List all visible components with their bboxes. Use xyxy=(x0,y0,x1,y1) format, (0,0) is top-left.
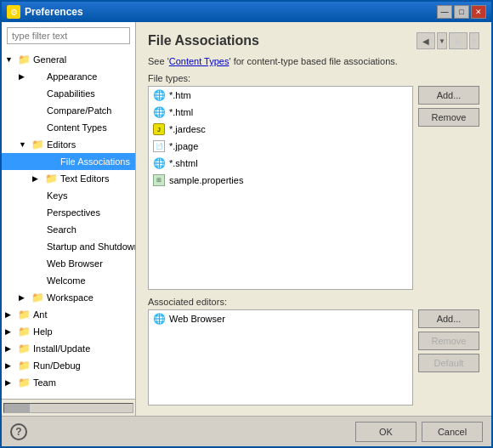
tree-label-editors: Editors xyxy=(47,139,76,150)
page-icon-jpage: 📄 xyxy=(152,139,166,153)
jar-icon-jardesc: J xyxy=(152,122,166,136)
leaf-icon-search xyxy=(31,223,44,236)
tree-item-team[interactable]: ▶ 📁 Team xyxy=(2,374,135,391)
folder-icon-team: 📁 xyxy=(17,376,31,389)
remove-editor-button[interactable]: Remove xyxy=(418,332,479,350)
expander-ant: ▶ xyxy=(5,310,17,319)
window-title: Preferences xyxy=(25,6,83,18)
leaf-icon-capabilities xyxy=(31,87,44,100)
tree-label-install: Install/Update xyxy=(33,343,90,354)
forward-dropdown[interactable]: ▼ xyxy=(469,32,479,49)
file-types-buttons: Add... Remove xyxy=(418,86,479,290)
left-panel: ▼ 📁 General ▶ Appearance Capabilities xyxy=(2,22,136,416)
tree-item-editors[interactable]: ▼ 📁 Editors xyxy=(2,136,135,153)
leaf-icon-compare xyxy=(31,104,44,117)
help-icon[interactable]: ? xyxy=(10,423,27,440)
add-editor-button[interactable]: Add... xyxy=(418,309,479,328)
tree-item-file-associations[interactable]: File Associations xyxy=(2,153,135,170)
list-item-label-jpage: *.jpage xyxy=(169,141,198,151)
tree-label-compare: Compare/Patch xyxy=(47,105,111,116)
back-dropdown[interactable]: ▼ xyxy=(437,32,447,49)
minimize-button[interactable]: — xyxy=(437,5,452,19)
tree-label-capabilities: Capabilities xyxy=(47,88,95,99)
list-item-web-browser-editor[interactable]: 🌐 Web Browser xyxy=(149,310,412,327)
expander-general: ▼ xyxy=(5,55,17,64)
tree-item-ant[interactable]: ▶ 📁 Ant xyxy=(2,306,135,323)
list-item-jardesc[interactable]: J *.jardesc xyxy=(149,121,412,138)
tree-label-search: Search xyxy=(47,224,76,235)
tree-item-help[interactable]: ▶ 📁 Help xyxy=(2,323,135,340)
list-item-label-html: *.html xyxy=(169,107,193,117)
bottom-bar: ? OK Cancel xyxy=(2,416,491,446)
page-title: File Associations xyxy=(148,33,259,48)
close-button[interactable]: ✕ xyxy=(471,5,486,19)
file-types-listbox[interactable]: 🌐 *.htm 🌐 *.html J xyxy=(148,86,413,290)
list-item-htm[interactable]: 🌐 *.htm xyxy=(149,87,412,104)
list-item-jpage[interactable]: 📄 *.jpage xyxy=(149,138,412,155)
filter-input[interactable] xyxy=(7,27,130,44)
expander-help: ▶ xyxy=(5,327,17,336)
tree-item-search[interactable]: Search xyxy=(2,221,135,238)
nav-buttons: ◀ ▼ ▶ ▼ xyxy=(416,32,479,49)
tree-label-general: General xyxy=(33,54,66,65)
list-item-shtml[interactable]: 🌐 *.shtml xyxy=(149,155,412,172)
leaf-icon-wb xyxy=(31,257,44,270)
tree-label-appearance: Appearance xyxy=(47,71,97,82)
add-file-type-button[interactable]: Add... xyxy=(418,86,479,105)
forward-button[interactable]: ▶ xyxy=(449,32,468,49)
expander-te: ▶ xyxy=(32,174,44,183)
folder-icon-install: 📁 xyxy=(17,342,31,355)
globe-icon-web-browser: 🌐 xyxy=(152,312,166,326)
tree: ▼ 📁 General ▶ Appearance Capabilities xyxy=(2,49,135,399)
tree-label-keys: Keys xyxy=(47,190,67,201)
tree-item-workspace[interactable]: ▶ 📁 Workspace xyxy=(2,289,135,306)
content-types-link[interactable]: Content Types xyxy=(169,56,230,66)
tree-label-workspace: Workspace xyxy=(47,292,94,303)
tree-label-startup: Startup and Shutdown xyxy=(47,241,135,252)
list-item-label-web-browser: Web Browser xyxy=(169,314,225,324)
tree-item-text-editors[interactable]: ▶ 📁 Text Editors xyxy=(2,170,135,187)
maximize-button[interactable]: □ xyxy=(454,5,469,19)
list-item-html[interactable]: 🌐 *.html xyxy=(149,104,412,121)
ok-button[interactable]: OK xyxy=(355,422,416,442)
tree-item-perspectives[interactable]: Perspectives xyxy=(2,204,135,221)
tree-item-startup[interactable]: Startup and Shutdown xyxy=(2,238,135,255)
expander-workspace: ▶ xyxy=(19,293,31,302)
description-text: See 'Content Types' for content-type bas… xyxy=(148,56,479,66)
expander-appearance: ▶ xyxy=(19,72,31,81)
leaf-icon-welcome xyxy=(31,274,44,287)
tree-item-install-update[interactable]: ▶ 📁 Install/Update xyxy=(2,340,135,357)
leaf-icon-content-types xyxy=(31,121,44,134)
cancel-button[interactable]: Cancel xyxy=(422,422,483,442)
bottom-buttons: OK Cancel xyxy=(355,422,483,442)
globe-icon-html: 🌐 xyxy=(152,105,166,119)
tree-item-capabilities[interactable]: Capabilities xyxy=(2,85,135,102)
list-item-label-props: sample.properties xyxy=(169,175,243,185)
props-icon: ⊞ xyxy=(152,173,166,187)
expander-install: ▶ xyxy=(5,344,17,353)
tree-item-keys[interactable]: Keys xyxy=(2,187,135,204)
tree-item-run-debug[interactable]: ▶ 📁 Run/Debug xyxy=(2,357,135,374)
tree-item-compare-patch[interactable]: Compare/Patch xyxy=(2,102,135,119)
tree-item-welcome[interactable]: Welcome xyxy=(2,272,135,289)
tree-item-web-browser[interactable]: Web Browser xyxy=(2,255,135,272)
folder-icon-ant: 📁 xyxy=(17,308,31,321)
editors-listbox[interactable]: 🌐 Web Browser xyxy=(148,309,413,405)
back-button[interactable]: ◀ xyxy=(416,32,435,49)
main-content: ▼ 📁 General ▶ Appearance Capabilities xyxy=(2,22,491,416)
folder-icon-editors: 📁 xyxy=(31,138,44,151)
editors-buttons: Add... Remove Default xyxy=(418,309,479,405)
tree-label-te: Text Editors xyxy=(60,173,109,184)
default-editor-button[interactable]: Default xyxy=(418,354,479,372)
tree-label-team: Team xyxy=(33,377,56,388)
editors-list-area: 🌐 Web Browser Add... Remove Default xyxy=(148,309,479,405)
tree-label-ant: Ant xyxy=(33,309,48,320)
tree-label-run: Run/Debug xyxy=(33,360,81,371)
remove-file-type-button[interactable]: Remove xyxy=(418,108,479,127)
tree-item-content-types[interactable]: Content Types xyxy=(2,119,135,136)
tree-item-general[interactable]: ▼ 📁 General xyxy=(2,51,135,68)
expander-run: ▶ xyxy=(5,361,17,370)
tree-label-help: Help xyxy=(33,326,53,337)
tree-item-appearance[interactable]: ▶ Appearance xyxy=(2,68,135,85)
list-item-props[interactable]: ⊞ sample.properties xyxy=(149,172,412,189)
